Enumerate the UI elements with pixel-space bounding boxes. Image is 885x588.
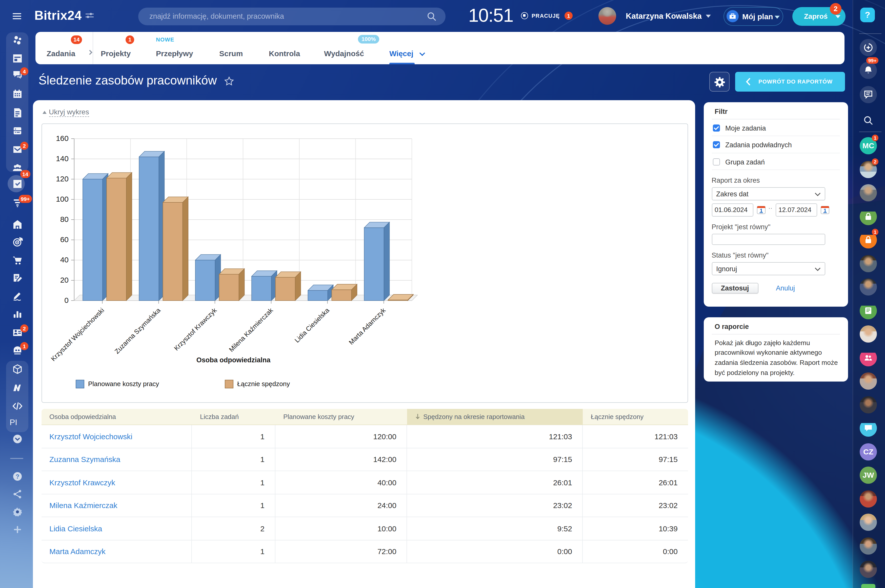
svg-text:Marta Adamczyk: Marta Adamczyk	[347, 306, 387, 346]
svg-text:Planowane koszty pracy: Planowane koszty pracy	[88, 380, 159, 388]
svg-text:1: 1	[823, 208, 826, 213]
svg-text:Łącznie spędzony: Łącznie spędzony	[237, 380, 290, 388]
svg-text:Osoba odpowiedzialna: Osoba odpowiedzialna	[196, 356, 270, 364]
svg-text:Krzysztof Wojciechowski: Krzysztof Wojciechowski	[49, 306, 105, 363]
svg-text:140: 140	[56, 154, 68, 163]
svg-text:160: 160	[56, 134, 68, 142]
svg-text:0: 0	[64, 296, 68, 304]
svg-text:80: 80	[60, 215, 68, 224]
svg-text:1: 1	[759, 208, 762, 213]
svg-text:20: 20	[60, 276, 68, 284]
svg-text:?: ?	[15, 473, 19, 480]
svg-text:Milena Kaźmierczak: Milena Kaźmierczak	[227, 306, 274, 353]
svg-text:Krzysztof Krawczyk: Krzysztof Krawczyk	[172, 306, 218, 352]
svg-text:Lidia Ciesielska: Lidia Ciesielska	[293, 306, 331, 344]
svg-text:Zuzanna Szymańska: Zuzanna Szymańska	[113, 306, 162, 355]
svg-text:40: 40	[60, 255, 68, 264]
svg-text:100: 100	[56, 195, 68, 203]
svg-text:120: 120	[56, 175, 68, 183]
svg-text:60: 60	[60, 235, 68, 244]
